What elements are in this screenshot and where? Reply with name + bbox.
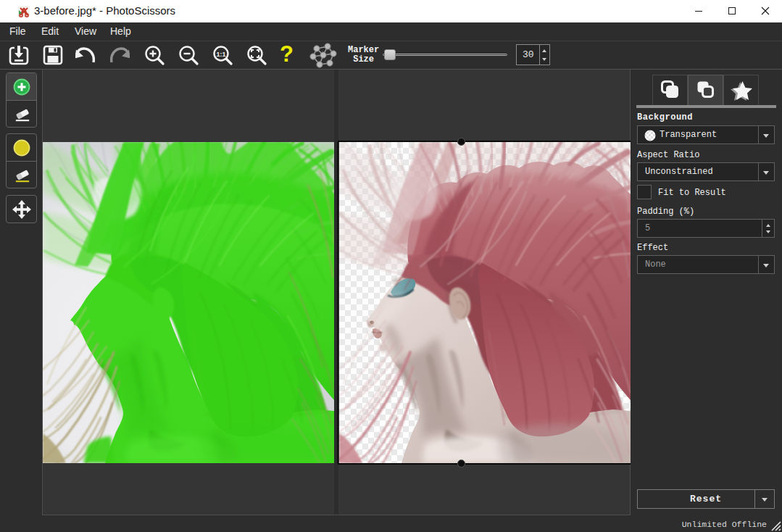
- svg-text:1:1: 1:1: [216, 51, 225, 58]
